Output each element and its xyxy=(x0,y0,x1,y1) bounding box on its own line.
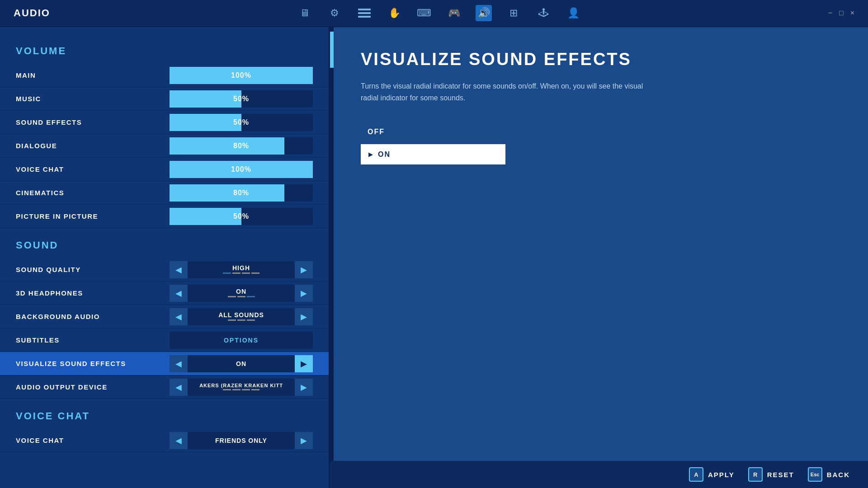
subtitles-options-button[interactable]: OPTIONS xyxy=(170,332,313,349)
voice-chat-right-button[interactable]: ▶ xyxy=(295,432,313,449)
dialogue-volume-bar[interactable]: 80% xyxy=(170,137,313,155)
voice-chat-value-display: FRIENDS ONLY xyxy=(188,432,295,449)
pip-volume-label: PICTURE IN PICTURE xyxy=(16,212,170,220)
background-audio-control: ◀ ALL SOUNDS ▶ xyxy=(170,308,313,325)
svg-rect-0 xyxy=(358,9,371,10)
gear-icon[interactable]: ⚙ xyxy=(326,5,343,21)
headphones-right-button[interactable]: ▶ xyxy=(295,285,313,302)
audio-output-left-button[interactable]: ◀ xyxy=(170,379,188,396)
music-volume-bar[interactable]: 50% xyxy=(170,90,313,108)
voice-chat-volume-label: VOICE CHAT xyxy=(16,165,170,173)
apply-key: A xyxy=(689,467,703,482)
back-key: Esc xyxy=(808,467,822,482)
music-volume-value: 50% xyxy=(170,95,313,103)
audio-output-right-button[interactable]: ▶ xyxy=(295,379,313,396)
dialogue-volume-value: 80% xyxy=(170,142,313,150)
visualize-sound-effects-row: VISUALIZE SOUND EFFECTS ◀ ON ▶ xyxy=(0,352,329,375)
hand-icon[interactable]: ✋ xyxy=(386,5,402,21)
right-panel: VISUALIZE SOUND EFFECTS Turns the visual… xyxy=(334,27,868,488)
cinematics-volume-value: 80% xyxy=(170,189,313,197)
audio-icon[interactable]: 🔊 xyxy=(476,5,492,21)
sound-section-header: SOUND xyxy=(0,235,329,258)
voice-chat-setting-label: VOICE CHAT xyxy=(16,436,170,444)
svg-rect-2 xyxy=(358,16,371,18)
sound-quality-left-button[interactable]: ◀ xyxy=(170,261,188,278)
back-button[interactable]: Esc BACK xyxy=(808,467,850,482)
list-icon[interactable] xyxy=(356,5,373,21)
option-on-label: ON xyxy=(378,150,391,159)
sound-effects-volume-value: 50% xyxy=(170,118,313,127)
headphones-left-button[interactable]: ◀ xyxy=(170,285,188,302)
puzzle-icon[interactable]: ⊞ xyxy=(505,5,522,21)
controller2-icon[interactable]: 🎮 xyxy=(446,5,462,21)
music-volume-label: MUSIC xyxy=(16,95,170,103)
minimize-button[interactable]: − xyxy=(828,9,832,17)
cinematics-volume-label: CINEMATICS xyxy=(16,189,170,197)
background-audio-value: ALL SOUNDS xyxy=(218,311,264,319)
background-audio-right-button[interactable]: ▶ xyxy=(295,308,313,325)
audio-output-label: AUDIO OUTPUT DEVICE xyxy=(16,383,170,391)
keyboard-icon[interactable]: ⌨ xyxy=(416,5,432,21)
volume-section-header: VOLUME xyxy=(0,41,329,64)
bottom-action-bar: A APPLY R RESET Esc BACK xyxy=(330,461,868,488)
sound-quality-right-button[interactable]: ▶ xyxy=(295,261,313,278)
sound-effects-volume-bar[interactable]: 50% xyxy=(170,114,313,131)
reset-label: RESET xyxy=(767,471,794,479)
background-audio-left-button[interactable]: ◀ xyxy=(170,308,188,325)
sound-effects-volume-row: SOUND EFFECTS 50% xyxy=(0,111,329,134)
voice-chat-setting-control: ◀ FRIENDS ONLY ▶ xyxy=(170,432,313,449)
close-button[interactable]: × xyxy=(850,9,854,17)
pip-volume-value: 50% xyxy=(170,212,313,221)
reset-button[interactable]: R RESET xyxy=(748,467,794,482)
scroll-thumb[interactable] xyxy=(330,32,334,68)
visualize-right-button[interactable]: ▶ xyxy=(295,355,313,372)
scroll-track[interactable] xyxy=(330,27,334,488)
sound-quality-row: SOUND QUALITY ◀ HIGH ▶ xyxy=(0,258,329,282)
sound-effects-volume-label: SOUND EFFECTS xyxy=(16,118,170,126)
top-bar: AUDIO 🖥 ⚙ ✋ ⌨ 🎮 🔊 ⊞ 🕹 👤 − □ × xyxy=(0,0,868,27)
voice-chat-section-header: VOICE CHAT xyxy=(0,406,329,429)
main-volume-row: MAIN 100% xyxy=(0,64,329,87)
window-controls: − □ × xyxy=(828,9,854,17)
sound-quality-control: ◀ HIGH ▶ xyxy=(170,261,313,278)
sound-quality-label: SOUND QUALITY xyxy=(16,266,170,273)
voice-chat-setting-row: VOICE CHAT ◀ FRIENDS ONLY ▶ xyxy=(0,429,329,452)
right-panel-title: VISUALIZE SOUND EFFECTS xyxy=(361,50,841,69)
apply-button[interactable]: A APPLY xyxy=(689,467,735,482)
audio-output-row: AUDIO OUTPUT DEVICE ◀ AKERS (RAZER KRAKE… xyxy=(0,375,329,399)
headphones-value: ON xyxy=(236,288,246,295)
right-panel-description: Turns the visual radial indicator for so… xyxy=(361,80,655,103)
apply-label: APPLY xyxy=(708,471,735,479)
option-off-label: OFF xyxy=(368,128,385,136)
pip-volume-bar[interactable]: 50% xyxy=(170,208,313,225)
subtitles-label: SUBTITLES xyxy=(16,336,170,344)
main-volume-bar[interactable]: 100% xyxy=(170,67,313,84)
visualize-left-button[interactable]: ◀ xyxy=(170,355,188,372)
dialogue-volume-row: DIALOGUE 80% xyxy=(0,134,329,158)
gamepad-icon[interactable]: 🕹 xyxy=(535,5,552,21)
background-audio-value-display: ALL SOUNDS xyxy=(188,308,295,325)
main-volume-label: MAIN xyxy=(16,71,170,79)
cinematics-volume-bar[interactable]: 80% xyxy=(170,184,313,202)
sound-quality-value-display: HIGH xyxy=(188,261,295,278)
maximize-button[interactable]: □ xyxy=(839,9,844,17)
voice-chat-volume-bar[interactable]: 100% xyxy=(170,161,313,178)
pip-volume-row: PICTURE IN PICTURE 50% xyxy=(0,205,329,228)
nav-icons: 🖥 ⚙ ✋ ⌨ 🎮 🔊 ⊞ 🕹 👤 xyxy=(297,5,581,21)
music-volume-row: MUSIC 50% xyxy=(0,87,329,111)
voice-chat-left-button[interactable]: ◀ xyxy=(170,432,188,449)
svg-rect-1 xyxy=(358,12,371,14)
option-on[interactable]: ▶ ON xyxy=(361,144,505,164)
option-on-arrow: ▶ xyxy=(368,151,373,158)
left-panel: VOLUME MAIN 100% MUSIC 50% SOUND EFFECTS… xyxy=(0,27,330,488)
audio-output-value: AKERS (RAZER KRAKEN KITT xyxy=(199,383,283,388)
monitor-icon[interactable]: 🖥 xyxy=(297,5,313,21)
back-label: BACK xyxy=(827,471,850,479)
headphones-value-display: ON xyxy=(188,285,295,302)
visualize-sound-effects-control: ◀ ON ▶ xyxy=(170,355,313,372)
user-icon[interactable]: 👤 xyxy=(565,5,581,21)
voice-chat-volume-row: VOICE CHAT 100% xyxy=(0,158,329,181)
voice-chat-setting-value: FRIENDS ONLY xyxy=(215,437,267,444)
option-off[interactable]: OFF xyxy=(361,122,505,142)
subtitles-row: SUBTITLES OPTIONS xyxy=(0,328,329,352)
